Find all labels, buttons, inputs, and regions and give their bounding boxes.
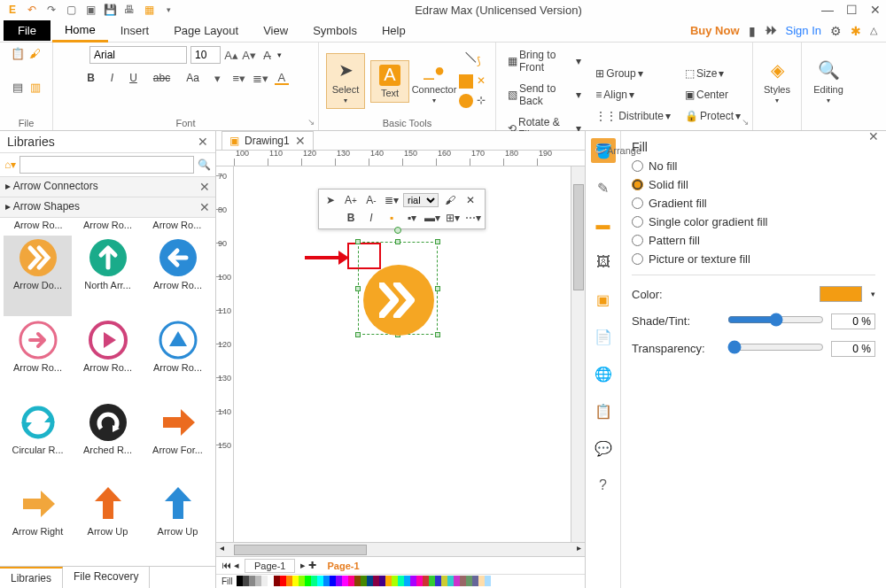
dialog-launcher-icon[interactable]: ↘ (307, 117, 315, 127)
shape-item[interactable]: Arrow Right (4, 482, 72, 562)
color-swatch[interactable] (348, 576, 354, 586)
highlight-icon[interactable]: ▾ (211, 71, 225, 85)
cut-icon[interactable]: ▤ (11, 80, 25, 94)
category-arrow-shapes[interactable]: ▸ Arrow Shapes✕ (0, 197, 215, 218)
color-swatch[interactable] (237, 576, 243, 586)
font-size-select[interactable] (190, 46, 221, 64)
redo-icon[interactable]: ↷ (44, 3, 58, 17)
page-tab[interactable]: Page-1 (245, 559, 295, 573)
buy-now-link[interactable]: Buy Now (690, 24, 740, 37)
italic-button[interactable]: I (362, 210, 380, 226)
tab-help[interactable]: Help (369, 20, 418, 41)
color-swatch[interactable] (342, 576, 348, 586)
shape-item[interactable]: Arrow Ro... (4, 318, 72, 398)
prev-page-icon[interactable]: ◂ (234, 560, 239, 571)
color-swatch[interactable] (305, 576, 311, 586)
color-swatch[interactable] (410, 576, 416, 586)
shape-item[interactable]: Arched R... (74, 400, 142, 481)
more-icon[interactable]: ⋯▾ (464, 210, 482, 226)
next-page-icon[interactable]: ▸ (300, 560, 306, 571)
sign-in-link[interactable]: Sign In (786, 24, 821, 37)
color-swatch[interactable] (249, 576, 255, 586)
text-tool-button[interactable]: A Text (370, 60, 409, 103)
shade-value[interactable] (831, 313, 875, 329)
share-icon[interactable]: ⯮ (765, 24, 777, 38)
file-menu-button[interactable]: File (4, 20, 51, 41)
bullets-icon[interactable]: ≡▾ (232, 71, 246, 85)
drawing-canvas[interactable]: ➤ A+ A- ≣▾ rial 🖌 ✕ B I ▪ ▪▾ ▬▾ (234, 166, 571, 542)
clipboard-tab-icon[interactable]: 📋 (591, 398, 616, 423)
color-swatch[interactable] (435, 576, 441, 586)
close-icon[interactable]: ✕ (198, 135, 208, 149)
color-swatch[interactable] (398, 576, 404, 586)
horizontal-scrollbar[interactable]: ◂ ▸ (216, 542, 585, 556)
color-swatch[interactable] (299, 576, 305, 586)
first-page-icon[interactable]: ⏮ (222, 560, 231, 571)
image-tab-icon[interactable]: 🖼 (591, 250, 616, 275)
color-swatch[interactable] (392, 576, 398, 586)
tab-home[interactable]: Home (52, 19, 108, 43)
increase-font-icon[interactable]: A▴ (224, 48, 238, 62)
color-swatch[interactable] (423, 576, 429, 586)
color-swatch[interactable] (323, 576, 330, 586)
rotate-handle[interactable] (394, 227, 401, 234)
connector-tool-button[interactable]: ⎯● Connector ▾ (415, 53, 454, 109)
format-painter-icon[interactable]: 🖌 (28, 46, 43, 60)
web-tab-icon[interactable]: 🌐 (591, 361, 616, 386)
tab-view[interactable]: View (251, 20, 300, 41)
help-tab-icon[interactable]: ? (591, 473, 616, 498)
fill-option[interactable]: Solid fill (632, 178, 875, 191)
line-icon[interactable]: ▬▾ (424, 210, 441, 226)
shape-item[interactable]: North Arr... (74, 236, 142, 316)
shape-item[interactable]: Arrow Do... (4, 236, 72, 316)
bring-front-button[interactable]: ▦ Bring to Front ▾ (503, 46, 586, 76)
undo-icon[interactable]: ↶ (25, 3, 39, 17)
color-swatch[interactable] (416, 576, 423, 586)
maximize-icon[interactable]: ☐ (846, 3, 858, 17)
distribute-button[interactable]: ⋮⋮ Distribute ▾ (591, 107, 675, 125)
protect-button[interactable]: 🔒 Protect ▾ (680, 107, 745, 125)
tab-symbols[interactable]: Symbols (300, 20, 369, 41)
shape-item[interactable]: Arrow Up (144, 482, 212, 562)
color-swatch[interactable] (367, 576, 373, 586)
color-swatch[interactable] (454, 576, 460, 586)
color-swatch[interactable] (404, 576, 410, 586)
increase-font-icon[interactable]: A+ (342, 192, 360, 208)
shade-slider[interactable] (727, 313, 824, 327)
shape-item[interactable]: Circular R... (4, 400, 72, 481)
select-tool-button[interactable]: ➤ Select ▾ (326, 53, 365, 109)
color-swatch[interactable] (261, 576, 268, 586)
decrease-font-icon[interactable]: A▾ (242, 48, 256, 62)
font-color-icon[interactable]: A (275, 71, 289, 85)
color-swatch[interactable] (373, 576, 379, 586)
selection-box[interactable] (358, 242, 438, 335)
send-back-button[interactable]: ▧ Send to Back ▾ (503, 80, 586, 110)
shape-item[interactable]: Arrow Ro... (144, 318, 212, 398)
strike-button[interactable]: abc (149, 69, 175, 87)
close-icon[interactable]: ✕ (295, 134, 306, 148)
tab-insert[interactable]: Insert (108, 20, 162, 41)
transparency-slider[interactable] (727, 340, 824, 354)
layers-tab-icon[interactable]: ▣ (591, 287, 616, 312)
gear-icon[interactable]: ⚙ (830, 24, 842, 38)
color-swatch[interactable] (466, 576, 472, 586)
color-swatch[interactable] (311, 576, 317, 586)
bold-button[interactable]: B (342, 210, 360, 226)
copy-icon[interactable]: ▥ (28, 80, 43, 94)
color-swatch[interactable] (286, 576, 292, 586)
shape-icon[interactable]: ▪▾ (403, 210, 421, 226)
arc-shape-icon[interactable]: ⟆ (477, 55, 491, 69)
size-button[interactable]: ⬚ Size ▾ (680, 65, 745, 82)
color-swatch[interactable] (379, 576, 385, 586)
case-button[interactable]: Aa (182, 69, 204, 87)
close-icon[interactable]: ✕ (462, 192, 479, 208)
shape-item[interactable]: Arrow Ro... (74, 318, 142, 398)
line-shape-icon[interactable] (456, 51, 477, 72)
page-tab-icon[interactable]: 📄 (591, 324, 616, 349)
qat-dropdown-icon[interactable]: ▾ (161, 3, 175, 17)
shape-item[interactable]: Arrow For... (144, 400, 212, 481)
line-tab-icon[interactable]: ✎ (591, 175, 616, 200)
color-swatch[interactable] (317, 576, 323, 586)
align-button[interactable]: ≡ Align ▾ (591, 86, 675, 104)
color-swatch[interactable] (330, 576, 336, 586)
